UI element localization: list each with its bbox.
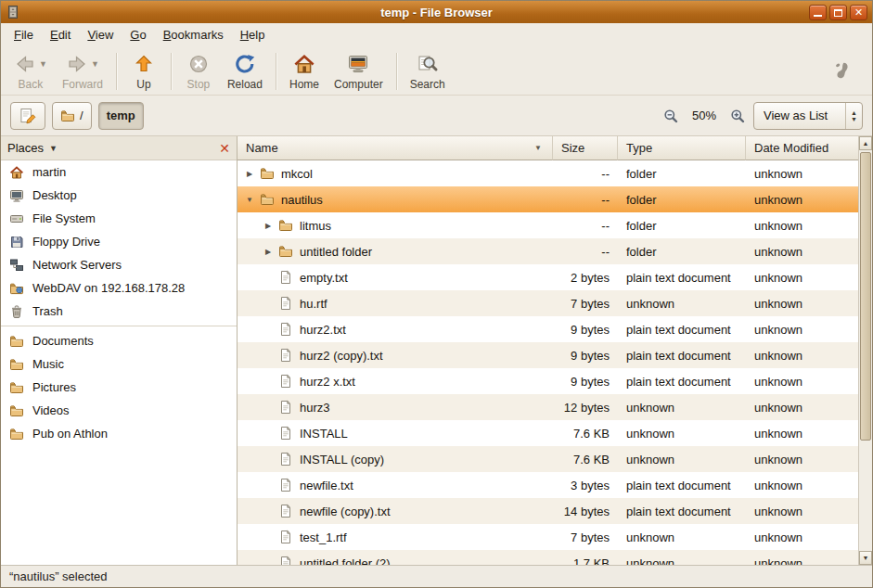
close-sidebar-button[interactable]: ✕ [219,142,230,155]
path-button-root[interactable]: / [52,102,92,130]
size-cell: -- [553,212,618,238]
scrollbar-track[interactable] [859,150,872,551]
name-cell: hurz2 (copy).txt [238,342,553,368]
file-row-hurz3[interactable]: hurz312 bytesunknownunknown [238,394,858,420]
name-cell: untitled folder (2) [238,550,553,565]
sidebar-item-trash[interactable]: Trash [1,300,237,323]
close-icon: ✕ [851,6,867,19]
path-button-temp[interactable]: temp [98,102,144,130]
file-row-untitled-folder[interactable]: ▶untitled folder--folderunknown [238,238,858,264]
sidebar-item-webdav-on-192-168-178-28[interactable]: WebDAV on 192.168.178.28 [1,276,237,300]
expander-expanded-icon[interactable]: ▼ [243,196,256,204]
sidebar-item-network-servers[interactable]: Network Servers [1,253,237,276]
current-path-label: temp [107,109,135,122]
places-selector-button[interactable]: Places ▼ [7,141,58,155]
toolbar-stop-button[interactable]: Stop [177,50,220,93]
sidebar-item-floppy-drive[interactable]: Floppy Drive [1,230,237,253]
expander-collapsed-icon[interactable]: ▶ [262,222,275,230]
sidebar-item-martin[interactable]: martin [1,160,237,184]
date-modified-cell: unknown [746,316,858,342]
size-cell: 14 bytes [553,498,618,524]
file-row-test-1-rtf[interactable]: test_1.rtf7 bytesunknownunknown [238,524,858,550]
file-icon [278,374,293,389]
file-row-hurz2-x-txt[interactable]: hurz2 x.txt9 bytesplain text documentunk… [238,368,858,394]
zoom-in-button[interactable] [728,107,747,125]
column-header-size[interactable]: Size [553,136,618,160]
type-cell: plain text document [618,342,746,368]
date-modified-cell: unknown [746,342,858,368]
sidebar-item-file-system[interactable]: File System [1,207,237,230]
sidebar-item-pictures[interactable]: Pictures [1,376,237,399]
toolbar-forward-button[interactable]: ▼Forward [55,50,110,93]
file-row-install-copy[interactable]: INSTALL (copy)7.6 KBunknownunknown [238,446,858,472]
name-cell: newfile (copy).txt [238,498,553,524]
desktop-icon [9,188,24,203]
date-modified-cell: unknown [746,212,858,238]
file-row-newfile-copy-txt[interactable]: newfile (copy).txt14 bytesplain text doc… [238,498,858,524]
file-row-litmus[interactable]: ▶litmus--folderunknown [238,212,858,238]
menu-item-view[interactable]: View [79,23,122,47]
expander-collapsed-icon[interactable]: ▶ [243,170,256,178]
menubar: FileEditViewGoBookmarksHelp [1,23,872,47]
maximize-button[interactable] [829,5,847,20]
sidebar-item-documents[interactable]: Documents [1,329,237,352]
chevron-down-icon[interactable]: ▼ [39,59,47,69]
menu-item-bookmarks[interactable]: Bookmarks [155,23,232,47]
expander-collapsed-icon[interactable]: ▶ [262,248,275,256]
spinner-arrows-icon[interactable]: ▲▼ [845,103,862,129]
file-row-hurz2-copy-txt[interactable]: hurz2 (copy).txt9 bytesplain text docume… [238,342,858,368]
name-cell: hurz2 x.txt [238,368,553,394]
file-row-untitled-folder-2[interactable]: untitled folder (2)1.7 KBunknownunknown [238,550,858,565]
toolbar-buttons: ▼Back▼ForwardUpStopReloadHomeComputerSea… [6,49,453,93]
file-icon [278,296,293,311]
toolbar-home-button[interactable]: Home [282,50,327,93]
sidebar-item-music[interactable]: Music [1,352,237,376]
menu-item-edit[interactable]: Edit [42,23,79,47]
view-as-dropdown[interactable]: View as List ▲▼ [753,102,863,130]
type-cell: unknown [618,550,746,565]
close-button[interactable]: ✕ [850,5,867,20]
file-row-newfile-txt[interactable]: newfile.txt3 bytesplain text documentunk… [238,472,858,498]
forward-icon [66,53,88,75]
zoom-out-button[interactable] [661,107,680,125]
sidebar-item-videos[interactable]: Videos [1,399,237,422]
folder-icon [9,427,24,441]
sidebar-item-pub-on-athlon[interactable]: Pub on Athlon [1,422,237,445]
menu-item-file[interactable]: File [6,23,42,47]
toolbar-back-button[interactable]: ▼Back [6,50,55,93]
file-icon [278,530,293,544]
column-header-type[interactable]: Type [618,136,746,160]
chevron-down-icon: ▼ [49,144,58,153]
toolbar-computer-button[interactable]: Computer [327,50,391,93]
sidebar-item-desktop[interactable]: Desktop [1,184,237,207]
toolbar-up-button[interactable]: Up [122,50,165,93]
size-cell: 3 bytes [553,472,618,498]
toolbar-search-button[interactable]: Search [403,50,453,93]
scroll-up-button[interactable]: ▲ [859,136,872,150]
scrollbar-thumb[interactable] [860,152,871,441]
file-row-empty-txt[interactable]: empty.txt2 bytesplain text documentunkno… [238,264,858,290]
name-cell: ▶mkcol [238,160,553,186]
status-bar: “nautilus” selected [1,565,872,587]
file-row-nautilus[interactable]: ▼nautilus--folderunknown [238,186,858,212]
file-row-mkcol[interactable]: ▶mkcol--folderunknown [238,160,858,186]
file-row-hurz2-txt[interactable]: hurz2.txt9 bytesplain text documentunkno… [238,316,858,342]
folder-icon [260,166,275,181]
file-row-hu-rtf[interactable]: hu.rtf7 bytesunknownunknown [238,290,858,316]
menu-item-go[interactable]: Go [122,23,154,47]
vertical-scrollbar[interactable]: ▲ ▼ [858,136,872,565]
date-modified-cell: unknown [746,368,858,394]
edit-location-button[interactable] [10,102,45,130]
chevron-down-icon[interactable]: ▼ [91,59,99,69]
toolbar-reload-button[interactable]: Reload [220,50,270,93]
file-row-install[interactable]: INSTALL7.6 KBunknownunknown [238,420,858,446]
column-header-name[interactable]: Name ▼ [238,136,553,160]
minimize-button[interactable] [809,5,827,20]
titlebar[interactable]: temp - File Browser ✕ [1,1,872,23]
column-header-date-modified[interactable]: Date Modified [746,136,858,160]
root-path-label: / [80,109,83,122]
menu-item-help[interactable]: Help [232,23,274,47]
type-cell: plain text document [618,264,746,290]
scroll-down-button[interactable]: ▼ [859,551,872,565]
type-cell: unknown [618,394,746,420]
